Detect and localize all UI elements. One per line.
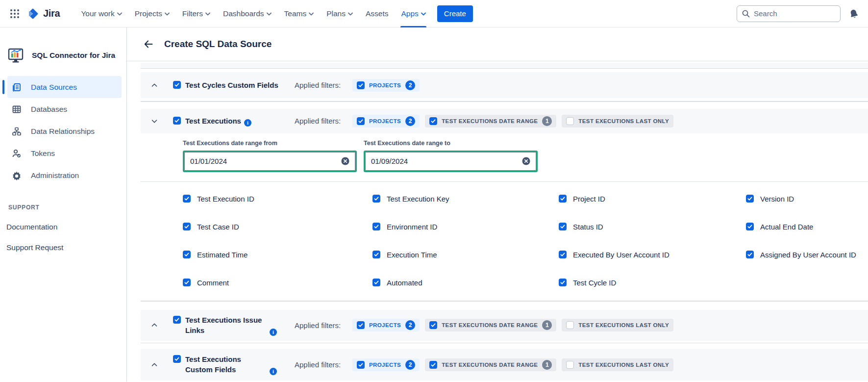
field-checkbox[interactable] xyxy=(559,251,567,258)
filter-checkbox[interactable] xyxy=(357,117,365,125)
filter-pill-date-range[interactable]: TEST EXECUTIONS DATE RANGE 1 xyxy=(425,115,556,127)
count-badge: 2 xyxy=(405,360,415,370)
sidebar-link-documentation[interactable]: Documentation xyxy=(6,223,126,231)
field-executed-by-user-account-id[interactable]: Executed By User Account ID xyxy=(559,251,746,258)
filter-pill-date-range[interactable]: TEST EXECUTIONS DATE RANGE 1 xyxy=(425,319,556,331)
chevron-up-icon[interactable] xyxy=(149,79,160,91)
jira-logo[interactable]: Jira xyxy=(27,7,60,20)
nav-item-dashboards[interactable]: Dashboards xyxy=(217,0,278,27)
field-environment-id[interactable]: Environment ID xyxy=(372,223,559,230)
sidebar-link-support-request[interactable]: Support Request xyxy=(6,243,126,252)
search-icon xyxy=(742,10,750,18)
filter-checkbox[interactable] xyxy=(429,361,437,369)
chevron-up-icon[interactable] xyxy=(149,319,160,331)
filter-pill-last-only[interactable]: TEST EXECUTIONS LAST ONLY xyxy=(562,115,673,127)
filter-checkbox[interactable] xyxy=(357,81,365,89)
section-checkbox[interactable] xyxy=(173,355,181,363)
field-project-id[interactable]: Project ID xyxy=(559,195,746,203)
back-arrow-icon[interactable] xyxy=(142,37,155,51)
section-label: Test Cycles Custom Fields xyxy=(185,80,278,90)
clear-circle-icon[interactable] xyxy=(522,157,530,165)
nav-item-apps[interactable]: Apps xyxy=(395,0,432,27)
field-actual-end-date[interactable]: Actual End Date xyxy=(746,223,868,230)
field-checkbox[interactable] xyxy=(372,279,380,286)
filter-pill-projects[interactable]: PROJECTS 2 xyxy=(352,79,420,92)
filter-pill-projects[interactable]: PROJECTS 2 xyxy=(352,319,420,331)
chevron-down-icon xyxy=(309,12,314,16)
field-checkbox[interactable] xyxy=(372,223,380,230)
chevron-down-icon[interactable] xyxy=(149,115,160,127)
field-assigned-by-user-account-id[interactable]: Assigned By User Account ID xyxy=(746,251,868,258)
chevron-up-icon[interactable] xyxy=(149,359,160,371)
field-status-id[interactable]: Status ID xyxy=(559,223,746,230)
nav-item-projects[interactable]: Projects xyxy=(128,0,176,27)
field-checkbox[interactable] xyxy=(183,251,191,258)
nav-item-assets[interactable]: Assets xyxy=(359,0,395,27)
field-execution-time[interactable]: Execution Time xyxy=(372,251,559,258)
filter-checkbox[interactable] xyxy=(357,361,365,369)
filter-checkbox[interactable] xyxy=(429,117,437,125)
field-comment[interactable]: Comment xyxy=(183,279,372,286)
field-checkbox-grid: Test Execution ID Test Execution Key Pro… xyxy=(127,182,868,301)
section-checkbox[interactable] xyxy=(173,81,181,89)
section-label: Test Executionsi xyxy=(185,116,251,127)
field-checkbox[interactable] xyxy=(746,223,754,230)
applied-filters-label: Applied filters: xyxy=(295,81,352,89)
sidebar-nav: Data Sources Databases Data Relationship… xyxy=(0,76,126,186)
sidebar-item-data-relationships[interactable]: Data Relationships xyxy=(7,120,122,142)
field-version-id[interactable]: Version ID xyxy=(746,195,868,203)
create-button[interactable]: Create xyxy=(437,5,473,22)
field-checkbox[interactable] xyxy=(183,223,191,230)
section-row-test-cycles-custom-fields: Test Cycles Custom Fields Applied filter… xyxy=(141,72,868,98)
sidebar-item-administration[interactable]: Administration xyxy=(7,164,122,186)
field-test-cycle-id[interactable]: Test Cycle ID xyxy=(559,279,746,286)
field-test-execution-id[interactable]: Test Execution ID xyxy=(183,195,372,203)
search-box[interactable] xyxy=(737,5,841,22)
date-from-input[interactable] xyxy=(190,157,341,165)
filter-checkbox[interactable] xyxy=(566,361,574,369)
nav-item-plans[interactable]: Plans xyxy=(320,0,359,27)
field-checkbox[interactable] xyxy=(183,279,191,286)
nav-item-your-work[interactable]: Your work xyxy=(74,0,128,27)
field-test-execution-key[interactable]: Test Execution Key xyxy=(372,195,559,203)
sidebar-item-databases[interactable]: Databases xyxy=(7,98,122,120)
bell-icon[interactable] xyxy=(847,7,861,20)
nav-item-teams[interactable]: Teams xyxy=(278,0,321,27)
section-label: Test Executions Issue Linksi xyxy=(185,315,277,336)
clear-circle-icon[interactable] xyxy=(341,157,349,165)
field-checkbox[interactable] xyxy=(372,251,380,258)
date-to-input[interactable] xyxy=(371,157,522,165)
nav-item-filters[interactable]: Filters xyxy=(176,0,217,27)
info-icon[interactable]: i xyxy=(244,119,251,127)
field-checkbox[interactable] xyxy=(559,195,567,203)
sidebar-item-data-sources[interactable]: Data Sources xyxy=(7,76,122,98)
field-checkbox[interactable] xyxy=(746,251,754,258)
field-checkbox[interactable] xyxy=(559,279,567,286)
field-estimated-time[interactable]: Estimated Time xyxy=(183,251,372,258)
brand-wordmark: Jira xyxy=(43,8,60,19)
section-checkbox[interactable] xyxy=(173,316,181,324)
filter-pill-last-only[interactable]: TEST EXECUTIONS LAST ONLY xyxy=(562,358,673,371)
sidebar-item-tokens[interactable]: Tokens xyxy=(7,142,122,164)
filter-pill-last-only[interactable]: TEST EXECUTIONS LAST ONLY xyxy=(562,319,673,331)
field-checkbox[interactable] xyxy=(372,195,380,203)
field-checkbox[interactable] xyxy=(559,223,567,230)
search-input[interactable] xyxy=(754,9,827,18)
app-title: SQL Connector for Jira xyxy=(32,51,115,60)
count-badge: 1 xyxy=(542,360,552,370)
info-icon[interactable]: i xyxy=(270,329,277,336)
filter-checkbox[interactable] xyxy=(429,321,437,329)
filter-pill-projects[interactable]: PROJECTS 2 xyxy=(352,115,420,127)
filter-checkbox[interactable] xyxy=(357,321,365,329)
section-checkbox[interactable] xyxy=(173,117,181,125)
field-checkbox[interactable] xyxy=(746,195,754,203)
field-test-case-id[interactable]: Test Case ID xyxy=(183,223,372,230)
filter-checkbox[interactable] xyxy=(566,321,574,329)
field-checkbox[interactable] xyxy=(183,195,191,203)
filter-pill-projects[interactable]: PROJECTS 2 xyxy=(352,358,420,371)
filter-pill-date-range[interactable]: TEST EXECUTIONS DATE RANGE 1 xyxy=(425,358,556,371)
field-automated[interactable]: Automated xyxy=(372,279,559,286)
app-grid-icon[interactable] xyxy=(8,7,22,21)
filter-checkbox[interactable] xyxy=(566,117,574,125)
info-icon[interactable]: i xyxy=(270,368,277,375)
